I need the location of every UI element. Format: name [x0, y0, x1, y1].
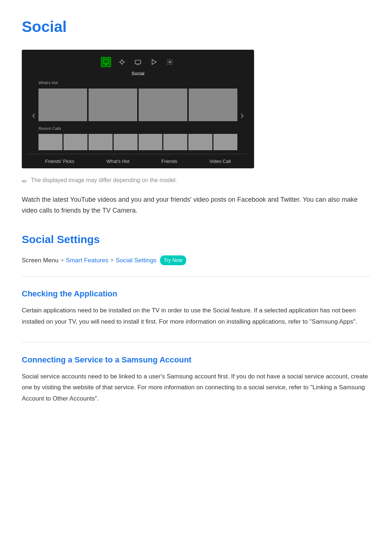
svg-rect-0 [103, 59, 109, 64]
tv-bottom-tabs: Friends' Picks What's Hot Friends Video … [29, 154, 247, 168]
tv-social-label: Social [29, 70, 247, 78]
breadcrumb-smart-features[interactable]: Smart Features [66, 255, 108, 265]
breadcrumb-arrow-2: > [110, 256, 113, 264]
tv-small-panel-8 [213, 134, 237, 150]
tv-panel-3 [139, 89, 187, 121]
note-text: The displayed image may differ depending… [31, 176, 177, 185]
tv-play-icon [149, 57, 159, 67]
svg-point-11 [169, 61, 171, 63]
tv-tab-whats-hot[interactable]: What's Hot [106, 158, 129, 165]
tv-right-arrow[interactable]: › [237, 106, 247, 124]
tv-small-panel-7 [188, 134, 212, 150]
tv-small-panel-6 [163, 134, 187, 150]
tv-small-panels [38, 134, 237, 150]
svg-marker-10 [152, 60, 156, 65]
note-row: ✏ The displayed image may differ dependi… [22, 176, 370, 187]
svg-point-3 [121, 61, 123, 63]
page-title: Social [22, 15, 370, 39]
tv-top-bar [29, 57, 247, 67]
breadcrumb: Screen Menu > Smart Features > Social Se… [22, 255, 370, 265]
tv-settings-icon [165, 57, 175, 67]
tv-source-icon [133, 57, 143, 67]
tv-screenshot: Social ‹ What's Hot Recent Calls [22, 50, 254, 168]
checking-app-heading: Checking the Application [22, 287, 370, 300]
tv-small-panel-5 [139, 134, 163, 150]
tv-small-panel-4 [114, 134, 138, 150]
tv-tab-friends[interactable]: Friends [162, 158, 177, 165]
tv-recent-calls-label: Recent Calls [38, 126, 237, 132]
tv-small-panel-2 [64, 134, 87, 150]
page-description: Watch the latest YouTube videos and you … [22, 194, 370, 216]
svg-rect-8 [135, 60, 141, 64]
tv-large-panels [38, 89, 237, 121]
connecting-service-heading: Connecting a Service to a Samsung Accoun… [22, 353, 370, 366]
tv-tab-friends-picks[interactable]: Friends' Picks [45, 158, 74, 165]
tv-tab-video-call[interactable]: Video Call [209, 158, 231, 165]
tv-main-content: What's Hot Recent Calls [38, 80, 237, 150]
divider-2 [22, 342, 370, 342]
connecting-service-body: Social service accounts need to be linke… [22, 371, 370, 405]
tv-content-area: ‹ What's Hot Recent Calls › [29, 80, 247, 150]
social-settings-heading: Social Settings [22, 231, 370, 248]
tv-whats-hot-label: What's Hot [38, 80, 237, 86]
tv-panel-2 [89, 89, 137, 121]
tv-small-panel-1 [38, 134, 62, 150]
breadcrumb-arrow-1: > [61, 256, 64, 264]
tv-social-icon [101, 57, 111, 67]
try-now-badge[interactable]: Try Now [160, 255, 186, 265]
pencil-icon: ✏ [22, 176, 27, 187]
breadcrumb-social-settings[interactable]: Social Settings [116, 255, 156, 265]
divider-1 [22, 276, 370, 276]
tv-small-panel-3 [89, 134, 113, 150]
checking-app-body: Certain applications need to be installe… [22, 305, 370, 327]
tv-panel-4 [189, 89, 237, 121]
breadcrumb-prefix: Screen Menu [22, 255, 58, 265]
tv-left-arrow[interactable]: ‹ [29, 106, 38, 124]
tv-smarthub-icon [117, 57, 127, 67]
tv-panel-1 [38, 89, 87, 121]
